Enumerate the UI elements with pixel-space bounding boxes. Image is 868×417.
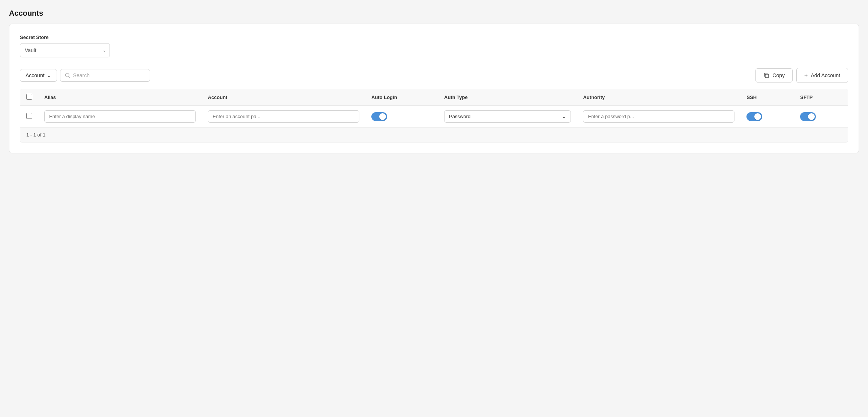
select-all-checkbox[interactable] [26, 94, 32, 100]
authority-input[interactable] [583, 110, 734, 123]
ssh-toggle[interactable] [746, 112, 762, 121]
chevron-down-icon: ⌄ [47, 72, 51, 78]
account-filter-button[interactable]: Account ⌄ [20, 69, 57, 82]
table-header-row: Alias Account Auto Login Auth Type Autho… [20, 89, 848, 106]
auto-login-toggle-wrapper [371, 112, 432, 121]
add-account-button[interactable]: + Add Account [796, 68, 848, 83]
row-checkbox-cell [20, 106, 38, 128]
authority-cell [577, 106, 740, 128]
sftp-cell [794, 106, 848, 128]
account-filter-label: Account [26, 72, 45, 78]
th-auth-type: Auth Type [438, 89, 577, 106]
accounts-table: Alias Account Auto Login Auth Type Autho… [20, 89, 848, 127]
auth-type-value: Password [449, 114, 470, 119]
toggle-slider [371, 112, 387, 121]
alias-input[interactable] [44, 110, 196, 123]
accounts-table-container: Alias Account Auto Login Auth Type Autho… [20, 89, 848, 142]
secret-store-select[interactable]: VaultAWS Secrets ManagerAzure Key Vault [20, 43, 110, 57]
svg-line-1 [68, 76, 69, 78]
toolbar-right: Copy + Add Account [755, 68, 848, 83]
ssh-toggle-slider [746, 112, 762, 121]
search-input[interactable] [73, 72, 145, 78]
add-account-label: Add Account [811, 72, 840, 78]
search-icon [65, 73, 70, 78]
pagination-label: 1 - 1 of 1 [26, 132, 45, 138]
secret-store-section: Secret Store VaultAWS Secrets ManagerAzu… [20, 34, 848, 57]
auto-login-cell [365, 106, 438, 128]
copy-icon [763, 72, 769, 78]
sftp-toggle-slider [800, 112, 816, 121]
ssh-toggle-wrapper [746, 112, 788, 121]
ssh-cell [740, 106, 794, 128]
secret-store-label: Secret Store [20, 34, 848, 40]
auto-login-toggle[interactable] [371, 112, 387, 121]
search-wrapper [60, 69, 150, 82]
secret-store-select-wrapper: VaultAWS Secrets ManagerAzure Key Vault … [20, 43, 110, 57]
plus-icon: + [804, 72, 808, 79]
auth-type-cell: Password ⌄ [438, 106, 577, 128]
sftp-toggle[interactable] [800, 112, 816, 121]
account-cell [202, 106, 365, 128]
th-ssh: SSH [740, 89, 794, 106]
copy-button-label: Copy [772, 72, 785, 78]
pagination-bar: 1 - 1 of 1 [20, 127, 848, 142]
th-sftp: SFTP [794, 89, 848, 106]
auth-type-select[interactable]: Password ⌄ [444, 110, 571, 123]
th-checkbox [20, 89, 38, 106]
row-checkbox[interactable] [26, 113, 32, 119]
svg-rect-2 [765, 74, 769, 78]
sftp-toggle-wrapper [800, 112, 842, 121]
th-auto-login: Auto Login [365, 89, 438, 106]
account-input[interactable] [208, 110, 359, 123]
alias-cell [38, 106, 202, 128]
copy-button[interactable]: Copy [755, 68, 793, 82]
chevron-down-icon: ⌄ [562, 114, 566, 119]
th-alias: Alias [38, 89, 202, 106]
toolbar-left: Account ⌄ [20, 69, 150, 82]
page-title: Accounts [9, 9, 859, 18]
table-row: Password ⌄ [20, 106, 848, 128]
main-card: Secret Store VaultAWS Secrets ManagerAzu… [9, 24, 859, 153]
th-authority: Authority [577, 89, 740, 106]
th-account: Account [202, 89, 365, 106]
toolbar: Account ⌄ Copy + Add Accoun [20, 68, 848, 83]
